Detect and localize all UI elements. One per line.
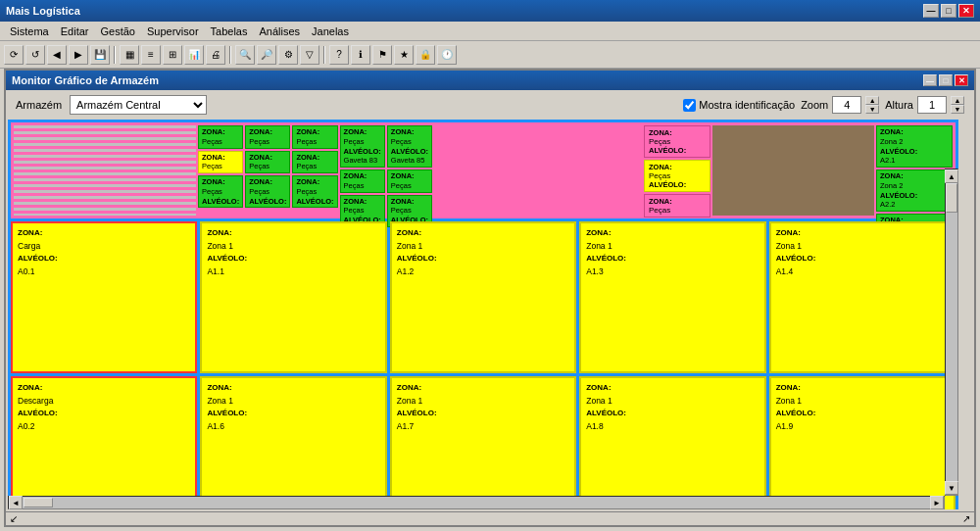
scroll-down-arrow[interactable]: ▼ (945, 481, 958, 495)
toolbar-btn-20[interactable]: 🕐 (437, 45, 457, 65)
zone-a1-2[interactable]: ZONA: Zona 1 ALVÉOLO: A1.2 (390, 221, 576, 373)
toolbar-btn-19[interactable]: 🔒 (416, 45, 435, 65)
menu-editar[interactable]: Editar (55, 24, 95, 39)
zone-a1-4[interactable]: ZONA: Zona 1 ALVÉOLO: A1.4 (769, 221, 956, 373)
save-icon: 💾 (94, 49, 106, 60)
zone-pecas-2[interactable]: ZONA: Peças (245, 125, 290, 149)
striped-area (14, 125, 196, 216)
zone-pecas-3b[interactable]: ZONA: Peças (292, 151, 337, 174)
toolbar-btn-5[interactable]: 💾 (90, 45, 110, 65)
zone-pecas-1b[interactable]: ZONA: Peças (198, 151, 243, 174)
toolbar-btn-1[interactable]: ⟳ (4, 45, 24, 65)
scroll-bottom-track[interactable] (23, 497, 930, 508)
armazem-select[interactable]: Armazém Central (70, 95, 207, 115)
mostra-checkbox[interactable] (683, 99, 696, 112)
menu-gestao[interactable]: Gestão (95, 24, 141, 39)
star-icon: ★ (400, 49, 409, 60)
altura-spinners: ▲ ▼ (951, 96, 964, 114)
zone-a1-1[interactable]: ZONA: Zona 1 ALVÉOLO: A1.1 (200, 221, 386, 373)
maximize-button[interactable]: □ (941, 4, 956, 18)
zone-pecas-1[interactable]: ZONA: Peças (198, 125, 243, 149)
forward-icon: ▶ (74, 49, 82, 60)
controls-right: Mostra identificação Zoom 4 ▲ ▼ Altura 1… (683, 96, 964, 114)
zoom-down[interactable]: ▼ (865, 105, 879, 114)
toolbar-btn-16[interactable]: ℹ (351, 45, 370, 65)
status-right-icon: ↗ (962, 513, 970, 524)
menu-supervisor[interactable]: Supervisor (141, 24, 205, 39)
toolbar-btn-12[interactable]: 🔎 (257, 45, 276, 65)
toolbar-btn-4[interactable]: ▶ (69, 45, 88, 65)
altura-up[interactable]: ▲ (951, 96, 964, 105)
zone-pecas-3c[interactable]: ZONA: Peças ALVÉOLO: (292, 175, 337, 208)
scrollbar-right: ▲ ▼ (945, 169, 958, 496)
scroll-up-arrow[interactable]: ▲ (945, 169, 958, 183)
scroll-right-arrow[interactable]: ► (930, 496, 944, 509)
zone-descarga[interactable]: ZONA: Descarga ALVÉOLO: A0.2 (11, 376, 197, 509)
zoom-up[interactable]: ▲ (865, 96, 879, 105)
zone-carga[interactable]: ZONA: Carga ALVÉOLO: A0.1 (11, 221, 197, 373)
zone-pecas-5[interactable]: ZONA: Peças ALVÉOLO: Gaveta 85 (387, 125, 432, 168)
zone-pecas-1c[interactable]: ZONA: Peças ALVÉOLO: (198, 175, 243, 208)
toolbar-btn-2[interactable]: ↺ (25, 45, 45, 65)
window-title-bar: Monitor Gráfico de Armazém — □ ✕ (6, 71, 974, 90)
zone-a2-2[interactable]: ZONA: Zona 2 ALVÉOLO: A2.2 (876, 169, 953, 212)
window-minimize[interactable]: — (923, 74, 937, 86)
clock-icon: 🕐 (441, 49, 453, 60)
zone-a1-9[interactable]: ZONA: Zona 1 ALVÉOLO: A1.9 (769, 376, 956, 509)
toolbar-btn-9[interactable]: 📊 (184, 45, 204, 65)
zone-col-3: ZONA: Peças ZONA: Peças ZONA: Peças ALVÉ… (292, 125, 337, 216)
toolbar-btn-10[interactable]: 🖨 (206, 45, 225, 65)
altura-input[interactable]: 1 (917, 96, 947, 114)
yellow-zone-1[interactable]: ZONA: Peças ALVÉOLO: (644, 160, 710, 192)
menu-sistema[interactable]: Sistema (4, 24, 55, 39)
scrollbar-bottom: ◄ ► (8, 496, 945, 509)
scroll-right-track[interactable] (946, 183, 957, 481)
zone-pecas-2b[interactable]: ZONA: Peças (245, 151, 290, 174)
toolbar-btn-17[interactable]: ⚑ (372, 45, 392, 65)
zone-a1-8[interactable]: ZONA: Zona 1 ALVÉOLO: A1.8 (579, 376, 765, 509)
toolbar-btn-18[interactable]: ★ (394, 45, 414, 65)
status-left-icon: ↙ (10, 513, 18, 524)
sep-1 (114, 46, 116, 64)
zoom-input[interactable]: 4 (832, 96, 861, 114)
menu-tabelas[interactable]: Tabelas (205, 24, 254, 39)
zone-pecas-5b[interactable]: ZONA: Peças (387, 169, 432, 193)
zone-pecas-3[interactable]: ZONA: Peças (292, 125, 337, 149)
pink-zone-1[interactable]: ZONA: Peças ALVÉOLO: (644, 125, 710, 158)
window-maximize[interactable]: □ (939, 74, 953, 86)
zone-col-1: ZONA: Peças ZONA: Peças ZONA: Peças ALVÉ… (198, 125, 243, 216)
minimize-button[interactable]: — (923, 4, 939, 18)
toolbar-btn-8[interactable]: ⊞ (163, 45, 182, 65)
toolbar-btn-15[interactable]: ? (329, 45, 349, 65)
zone-a2-1[interactable]: ZONA: Zona 2 ALVÉOLO: A2.1 (876, 125, 953, 168)
pink-zone-2[interactable]: ZONA: Peças (644, 194, 710, 217)
zone-a1-7[interactable]: ZONA: Zona 1 ALVÉOLO: A1.7 (390, 376, 576, 509)
zone-a1-3[interactable]: ZONA: Zona 1 ALVÉOLO: A1.3 (579, 221, 765, 373)
zone-pecas-4b[interactable]: ZONA: Peças (340, 169, 385, 193)
zone-a1-6[interactable]: ZONA: Zona 1 ALVÉOLO: A1.6 (200, 376, 386, 509)
window-title-controls: — □ ✕ (923, 74, 968, 86)
main-window: Monitor Gráfico de Armazém — □ ✕ Armazém… (4, 69, 976, 527)
close-button[interactable]: ✕ (958, 4, 974, 18)
toolbar-btn-6[interactable]: ▦ (120, 45, 139, 65)
zoom-group: Zoom 4 ▲ ▼ (801, 96, 879, 114)
print-icon: 🖨 (211, 49, 220, 60)
scroll-bottom-thumb[interactable] (24, 498, 53, 507)
zone-pecas-2c[interactable]: ZONA: Peças ALVÉOLO: (245, 175, 290, 208)
toolbar-btn-11[interactable]: 🔍 (235, 45, 255, 65)
toolbar-btn-13[interactable]: ⚙ (278, 45, 298, 65)
toolbar-btn-3[interactable]: ◀ (47, 45, 67, 65)
menu-janelas[interactable]: Janelas (306, 24, 355, 39)
toolbar-btn-14[interactable]: ▽ (300, 45, 319, 65)
middle-row: ZONA: Carga ALVÉOLO: A0.1 ZONA: Zona 1 A… (11, 221, 956, 373)
altura-group: Altura 1 ▲ ▼ (885, 96, 964, 114)
window-close[interactable]: ✕ (955, 74, 968, 86)
grid-icon: ▦ (125, 49, 134, 60)
altura-down[interactable]: ▼ (951, 105, 964, 114)
status-bar: ↙ ↗ (6, 511, 974, 525)
menu-analises[interactable]: Análises (253, 24, 306, 39)
zone-pecas-4[interactable]: ZONA: Peças ALVÉOLO: Gaveta 83 (340, 125, 385, 168)
scroll-right-thumb[interactable] (946, 183, 957, 213)
toolbar-btn-7[interactable]: ≡ (141, 45, 161, 65)
scroll-left-arrow[interactable]: ◄ (9, 496, 23, 509)
